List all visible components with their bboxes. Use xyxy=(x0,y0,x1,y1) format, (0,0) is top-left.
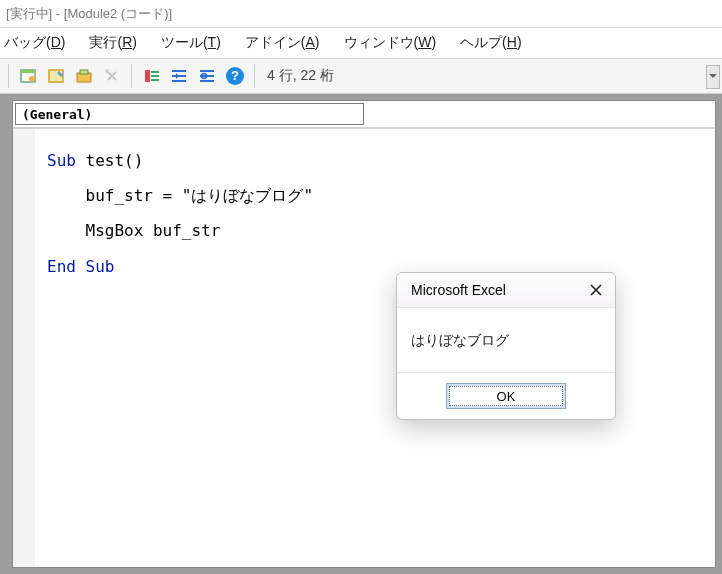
help-icon[interactable]: ? xyxy=(224,65,246,87)
msgbox-dialog: Microsoft Excel はりぼなブログ OK xyxy=(396,272,616,420)
svg-rect-5 xyxy=(80,70,88,74)
menu-help[interactable]: ヘルプ(H) xyxy=(460,34,521,52)
window-title: [実行中] - [Module2 (コード)] xyxy=(0,0,722,28)
toolbar-separator xyxy=(254,64,255,88)
menu-run[interactable]: 実行(R) xyxy=(89,34,136,52)
menu-bar: バッグ(D) 実行(R) ツール(T) アドイン(A) ウィンドウ(W) ヘルプ… xyxy=(0,28,722,58)
project-explorer-icon[interactable] xyxy=(17,65,39,87)
svg-point-2 xyxy=(29,76,35,82)
svg-rect-11 xyxy=(172,70,186,72)
svg-rect-16 xyxy=(200,80,214,82)
dialog-titlebar[interactable]: Microsoft Excel xyxy=(397,273,615,308)
bookmark-icon[interactable] xyxy=(140,65,162,87)
svg-rect-8 xyxy=(151,71,159,73)
svg-rect-10 xyxy=(151,79,159,81)
properties-window-icon[interactable] xyxy=(45,65,67,87)
dialog-message: はりぼなブログ xyxy=(397,308,615,372)
menu-addins[interactable]: アドイン(A) xyxy=(245,34,320,52)
menu-tools[interactable]: ツール(T) xyxy=(161,34,221,52)
object-procedure-bar: (General) xyxy=(13,101,715,129)
svg-rect-9 xyxy=(151,75,159,77)
outdent-icon[interactable] xyxy=(196,65,218,87)
toolbar-separator xyxy=(8,64,9,88)
svg-rect-14 xyxy=(200,70,214,72)
object-dropdown[interactable]: (General) xyxy=(15,103,364,125)
dialog-footer: OK xyxy=(397,372,615,419)
toolbar-separator xyxy=(131,64,132,88)
dialog-title: Microsoft Excel xyxy=(411,282,506,298)
toolbox-icon[interactable] xyxy=(73,65,95,87)
tools-icon[interactable] xyxy=(101,65,123,87)
cursor-position-label: 4 行, 22 桁 xyxy=(267,67,334,85)
menu-window[interactable]: ウィンドウ(W) xyxy=(344,34,437,52)
close-icon[interactable] xyxy=(587,281,605,299)
toolbar-overflow-icon[interactable] xyxy=(706,65,720,89)
keyword-sub: Sub xyxy=(47,151,76,170)
menu-debug[interactable]: バッグ(D) xyxy=(4,34,65,52)
ok-button[interactable]: OK xyxy=(446,383,566,409)
indent-icon[interactable] xyxy=(168,65,190,87)
svg-rect-1 xyxy=(21,70,35,73)
keyword-end-sub: End Sub xyxy=(47,257,114,276)
svg-rect-13 xyxy=(172,80,186,82)
svg-text:?: ? xyxy=(231,68,239,83)
svg-point-6 xyxy=(105,69,109,73)
toolbar: ? 4 行, 22 桁 xyxy=(0,58,722,94)
svg-rect-7 xyxy=(145,70,150,82)
